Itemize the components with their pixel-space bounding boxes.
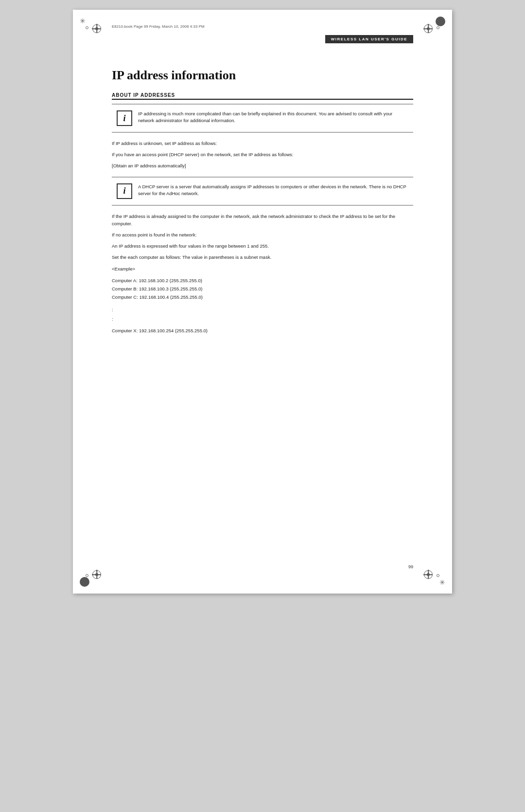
info-box-2: i A DHCP server is a server that automat… bbox=[112, 177, 413, 206]
corner-dot-tl bbox=[86, 26, 88, 29]
example-label: <Example> bbox=[112, 265, 413, 272]
dot-2: : bbox=[112, 314, 413, 324]
computer-c: Computer C: 192.168.100.4 (255.255.255.0… bbox=[112, 293, 413, 301]
corner-crosshair-br bbox=[424, 570, 433, 579]
info-icon-2: i bbox=[117, 183, 132, 199]
corner-crosshair-tl bbox=[92, 24, 101, 33]
computer-a: Computer A: 192.168.100.2 (255.255.255.0… bbox=[112, 276, 413, 285]
section-heading: ABOUT IP ADDRESSES bbox=[112, 92, 413, 100]
corner-crosshair-tr bbox=[424, 24, 433, 33]
header-band: Wireless LAN User's Guide bbox=[325, 35, 413, 43]
book-info: E8210.book Page 99 Friday, March 10, 200… bbox=[112, 24, 413, 29]
corner-dot-br bbox=[437, 574, 439, 577]
corner-star-br: ✳ bbox=[439, 578, 445, 587]
corner-circle-bl bbox=[80, 577, 89, 587]
info-box-2-text: A DHCP server is a server that automatic… bbox=[138, 183, 408, 198]
paragraph-4: If no access point is found in the netwo… bbox=[112, 231, 413, 238]
info-icon-1: i bbox=[117, 110, 132, 126]
dot-1: : bbox=[112, 305, 413, 314]
corner-star-tl: ✳ bbox=[80, 17, 86, 25]
page-title: IP address information bbox=[112, 68, 413, 83]
paragraph-5: An IP address is expressed with four val… bbox=[112, 242, 413, 250]
paragraph-6: Set the each computer as follows: The va… bbox=[112, 253, 413, 261]
dots-section: : : bbox=[112, 305, 413, 324]
computer-list: Computer A: 192.168.100.2 (255.255.255.0… bbox=[112, 276, 413, 301]
computer-b: Computer B: 192.168.100.3 (255.255.255.0… bbox=[112, 285, 413, 293]
corner-dot-tr bbox=[437, 26, 439, 29]
info-box-1-text: IP addressing is much more complicated t… bbox=[138, 110, 408, 125]
paragraph-3: If the IP address is already assigned to… bbox=[112, 213, 413, 227]
paragraph-1: If IP address is unknown, set IP address… bbox=[112, 140, 413, 147]
bracket-text: [Obtain an IP address automatically] bbox=[112, 162, 413, 169]
page-number: 99 bbox=[408, 564, 413, 569]
corner-circle-tr bbox=[436, 17, 445, 26]
paragraph-2: If you have an access point (DHCP server… bbox=[112, 151, 413, 158]
main-content: IP address information ABOUT IP ADDRESSE… bbox=[112, 68, 413, 335]
info-box-1: i IP addressing is much more complicated… bbox=[112, 104, 413, 133]
computer-x: Computer X: 192.168.100.254 (255.255.255… bbox=[112, 326, 413, 335]
corner-crosshair-bl bbox=[92, 570, 101, 579]
document-page: ✳ bbox=[73, 10, 452, 594]
